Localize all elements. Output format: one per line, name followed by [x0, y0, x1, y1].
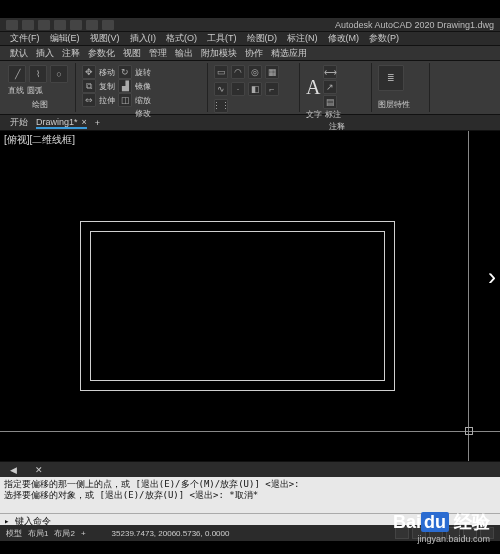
- tab-manage[interactable]: 管理: [149, 47, 167, 60]
- tab-featured[interactable]: 精选应用: [271, 47, 307, 60]
- layer-props-icon[interactable]: ≣: [378, 65, 404, 91]
- status-layout2-tab[interactable]: 布局2: [54, 528, 74, 539]
- crosshair-vertical: [468, 131, 469, 461]
- layout-close-icon[interactable]: ✕: [35, 465, 43, 475]
- copy-icon[interactable]: ⧉: [82, 79, 96, 93]
- tab-annotate[interactable]: 注释: [62, 47, 80, 60]
- menu-edit[interactable]: 编辑(E): [50, 32, 80, 45]
- rect-icon[interactable]: ▭: [214, 65, 228, 79]
- tab-insert[interactable]: 插入: [36, 47, 54, 60]
- watermark: Baidu 经验 jingyan.baidu.com: [393, 510, 490, 544]
- pickbox-icon: [465, 427, 473, 435]
- region-icon[interactable]: ◧: [248, 82, 262, 96]
- tab-start[interactable]: 开始: [10, 116, 28, 129]
- layout-arrow-left-icon[interactable]: ◀: [10, 465, 17, 475]
- ribbon: ╱ ⌇ ○ 直线 圆弧 绘图 ✥移动 ↻旋转 ⧉复制 ▟镜像 ⇔拉伸 ◫缩放: [0, 61, 500, 115]
- move-label: 移动: [99, 67, 115, 78]
- menu-view[interactable]: 视图(V): [90, 32, 120, 45]
- qat-saveas-icon[interactable]: [54, 20, 66, 30]
- menu-format[interactable]: 格式(O): [166, 32, 197, 45]
- arc-label: 圆弧: [27, 85, 43, 96]
- leader-icon[interactable]: ↗: [323, 80, 337, 94]
- layout-bar: ◀ ✕: [0, 461, 500, 477]
- menu-draw[interactable]: 绘图(D): [247, 32, 278, 45]
- scale-icon[interactable]: ◫: [118, 93, 132, 107]
- cmd-line-2: 选择要偏移的对象，或 [退出(E)/放弃(U)] <退出>: *取消*: [4, 490, 496, 501]
- menu-tools[interactable]: 工具(T): [207, 32, 237, 45]
- line-tool-icon[interactable]: ╱: [8, 65, 26, 83]
- qat-undo-icon[interactable]: [86, 20, 98, 30]
- panel-modify-label: 修改: [82, 107, 203, 119]
- stretch-icon[interactable]: ⇔: [82, 93, 96, 107]
- tab-close-icon[interactable]: ×: [82, 117, 87, 127]
- tab-collab[interactable]: 协作: [245, 47, 263, 60]
- circle-tool-icon[interactable]: ○: [50, 65, 68, 83]
- menu-modify[interactable]: 修改(M): [328, 32, 360, 45]
- quick-access-toolbar: [6, 20, 114, 30]
- tab-parametric[interactable]: 参数化: [88, 47, 115, 60]
- tab-add-icon[interactable]: +: [95, 118, 100, 128]
- mirror-icon[interactable]: ▟: [118, 79, 132, 93]
- dim-label: 标注: [325, 109, 341, 120]
- app-title: Autodesk AutoCAD 2020 Drawing1.dwg: [335, 20, 494, 30]
- command-history: 指定要偏移的那一侧上的点，或 [退出(E)/多个(M)/放弃(U)] <退出>:…: [0, 477, 500, 513]
- text-label: 文字: [306, 109, 322, 120]
- tab-view[interactable]: 视图: [123, 47, 141, 60]
- panel-draw: ╱ ⌇ ○ 直线 圆弧 绘图: [4, 63, 76, 112]
- point-icon[interactable]: ·: [231, 82, 245, 96]
- cmd-prompt-icon: ▸: [4, 516, 15, 526]
- wm-du: du: [421, 512, 449, 532]
- mirror-label: 镜像: [135, 81, 151, 92]
- panel-modify: ✥移动 ↻旋转 ⧉复制 ▟镜像 ⇔拉伸 ◫缩放 修改: [78, 63, 208, 112]
- qat-plot-icon[interactable]: [70, 20, 82, 30]
- panel-shapes: ▭ ◠ ◎ ▦ ∿ · ◧ ⌐ ⋮⋮: [210, 63, 300, 112]
- panel-annotate: A ⟷ ↗ ▤ 文字 标注 注释: [302, 63, 372, 112]
- copy-label: 复制: [99, 81, 115, 92]
- tab-addins[interactable]: 附加模块: [201, 47, 237, 60]
- stretch-label: 拉伸: [99, 95, 115, 106]
- menu-insert[interactable]: 插入(I): [130, 32, 157, 45]
- view-label[interactable]: [俯视][二维线框]: [4, 133, 75, 147]
- polyline-tool-icon[interactable]: ⌇: [29, 65, 47, 83]
- titlebar: Autodesk AutoCAD 2020 Drawing1.dwg: [0, 18, 500, 32]
- ellipse-icon[interactable]: ◎: [248, 65, 262, 79]
- tab-drawing1[interactable]: Drawing1*×: [36, 117, 87, 129]
- rotate-icon[interactable]: ↻: [118, 65, 132, 79]
- document-tabs: 开始 Drawing1*× +: [0, 115, 500, 131]
- wm-jingyan: 经验: [454, 512, 490, 532]
- wm-bai: Bai: [393, 512, 421, 532]
- panel-draw-label: 绘图: [8, 98, 71, 110]
- qat-save-icon[interactable]: [38, 20, 50, 30]
- ribbon-tabstrip: 默认 插入 注释 参数化 视图 管理 输出 附加模块 协作 精选应用: [0, 46, 500, 61]
- text-tool-icon[interactable]: A: [306, 76, 320, 99]
- menu-dim[interactable]: 标注(N): [287, 32, 318, 45]
- wm-url: jingyan.baidu.com: [393, 534, 490, 544]
- cmd-line-1: 指定要偏移的那一侧上的点，或 [退出(E)/多个(M)/放弃(U)] <退出>:: [4, 479, 496, 490]
- move-icon[interactable]: ✥: [82, 65, 96, 79]
- fillet-icon[interactable]: ⌐: [265, 82, 279, 96]
- status-layout1-tab[interactable]: 布局1: [28, 528, 48, 539]
- hatch-icon[interactable]: ▦: [265, 65, 279, 79]
- rectangle-inner[interactable]: [90, 231, 385, 381]
- qat-new-icon[interactable]: [6, 20, 18, 30]
- status-add-icon[interactable]: +: [81, 529, 86, 538]
- table-icon[interactable]: ▤: [323, 95, 337, 109]
- tab-default[interactable]: 默认: [10, 47, 28, 60]
- menu-param[interactable]: 参数(P): [369, 32, 399, 45]
- arc-icon[interactable]: ◠: [231, 65, 245, 79]
- cmd-prompt-label: 键入命令: [15, 516, 51, 526]
- tab-drawing1-label: Drawing1*: [36, 117, 78, 127]
- menu-file[interactable]: 文件(F): [10, 32, 40, 45]
- array-icon[interactable]: ⋮⋮: [214, 99, 228, 113]
- spline-icon[interactable]: ∿: [214, 82, 228, 96]
- tab-output[interactable]: 输出: [175, 47, 193, 60]
- crosshair-horizontal: [0, 431, 500, 432]
- layer-props-label: 图层特性: [378, 99, 425, 110]
- panel-layer: ≣ 图层特性: [374, 63, 430, 112]
- qat-redo-icon[interactable]: [102, 20, 114, 30]
- drawing-canvas[interactable]: [俯视][二维线框]: [0, 131, 500, 461]
- dim-linear-icon[interactable]: ⟷: [323, 65, 337, 79]
- status-model-tab[interactable]: 模型: [6, 528, 22, 539]
- next-arrow-icon[interactable]: ›: [488, 263, 496, 291]
- qat-open-icon[interactable]: [22, 20, 34, 30]
